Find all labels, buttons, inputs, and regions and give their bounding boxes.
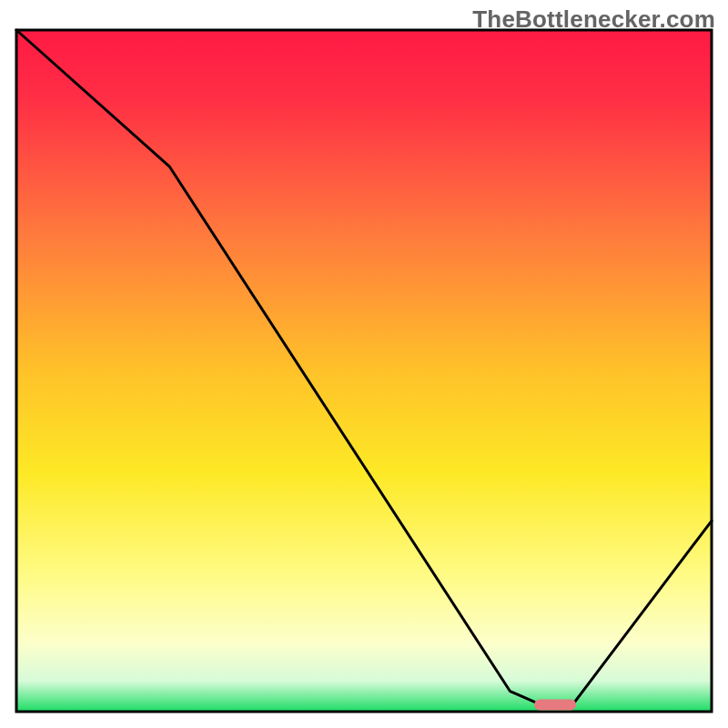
watermark-label: TheBottlenecker.com xyxy=(472,5,715,34)
optimal-marker xyxy=(534,700,576,711)
chart-container: TheBottlenecker.com xyxy=(0,0,728,728)
plot-background xyxy=(16,30,712,712)
bottleneck-chart xyxy=(0,0,728,728)
